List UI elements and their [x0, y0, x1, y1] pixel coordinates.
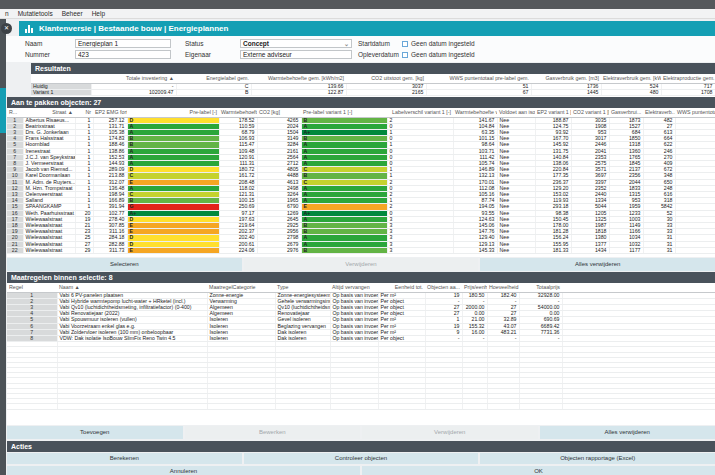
column-header[interactable]: CO2 uitstoot gem. [kg]	[346, 74, 426, 83]
geen-opleverdatum-checkbox[interactable]: Geen datum ingesteld	[402, 51, 475, 58]
street-cell: J.C.J. van Speykstraat	[23, 154, 75, 160]
objecten-rapportage-button[interactable]: Objecten rapportage (Excel)	[480, 453, 715, 464]
controleer-objecten-button[interactable]: Controleer objecten	[244, 453, 479, 464]
checkbox-icon	[402, 52, 408, 58]
column-header[interactable]: MaatregelCategorie	[207, 283, 275, 292]
column-header[interactable]: Pre-label variant 1 [-]	[301, 108, 387, 117]
resultaten-section-header: Resultaten	[31, 63, 715, 74]
street-cell: M. Adm. de Ruyters...	[23, 179, 75, 185]
column-header[interactable]: Voldoet aan isolati...	[497, 108, 535, 117]
objecten-table: R...Straat ▲NrEP2 EMG fort. [kWh/m²]Pre-…	[7, 108, 715, 257]
column-header[interactable]	[562, 283, 715, 292]
column-header[interactable]: Gasverbruik gem. [m3]	[531, 74, 601, 83]
column-header[interactable]: Elektraverbruik gem. [kWh]	[601, 74, 661, 83]
maatregel-naam: Vabi Hybride warmtepomp lucht-water + HR…	[57, 298, 207, 304]
column-header[interactable]: Altijd vervangen	[330, 283, 378, 292]
column-header[interactable]	[31, 74, 91, 83]
column-header[interactable]: Elektraverb...	[643, 108, 675, 117]
resultaten-table: Totale investering ▲Energielabel gem.War…	[31, 74, 715, 97]
column-header[interactable]: Nr	[75, 108, 93, 117]
page-title: Klantenversie | Bestaande bouw | Energie…	[39, 24, 228, 33]
column-header[interactable]: Type	[275, 283, 330, 292]
checkbox-icon	[402, 41, 408, 47]
column-header[interactable]: Totale investering ▲	[91, 74, 176, 83]
menu-item[interactable]: n	[5, 10, 9, 17]
column-header[interactable]: WWS puntentotaal pre-label gem.	[426, 74, 531, 83]
maatregelen-button-row: Toevoegen Bewerken Verwijderen Alles ver…	[7, 426, 715, 439]
column-header[interactable]: Labelverschil variant 1 [-]	[387, 108, 453, 117]
startdatum-label: Startdatum	[358, 39, 390, 48]
alles-verwijderen-button[interactable]: Alles verwijderen	[480, 258, 715, 271]
street-cell: M. Hzn. Trompstraat	[23, 185, 75, 191]
verwijderen-button[interactable]: Verwijderen	[244, 258, 479, 271]
variant-name: Variant 1	[31, 89, 91, 95]
column-header[interactable]: Naam ▲	[57, 283, 207, 292]
naam-input[interactable]	[75, 39, 171, 48]
menu-item[interactable]: Help	[92, 10, 105, 17]
energy-label-badge: B	[301, 247, 387, 253]
column-header[interactable]: Warmtebehoeft...	[219, 108, 257, 117]
acties-button-row-2: Annuleren OK	[7, 466, 715, 475]
column-header[interactable]: Objecten aa...	[425, 283, 462, 292]
column-header[interactable]: Pre-label [-]	[127, 108, 219, 117]
close-icon[interactable]: ✕	[1, 23, 12, 34]
alles-verwijderen-button[interactable]: Alles verwijderen	[540, 426, 715, 439]
column-header[interactable]: Warmtebehoefte gem. [kWh/m2]	[251, 74, 346, 83]
left-dock-strip-accent	[0, 88, 6, 133]
column-header[interactable]: Elektraproductie gem. [kWh]	[661, 74, 715, 83]
chevron-down-icon: ⌄	[344, 40, 349, 48]
toevoegen-button[interactable]: Toevoegen	[7, 426, 183, 439]
column-header[interactable]: Gasverbrui...	[609, 108, 643, 117]
app-header: Klantenversie | Bestaande bouw | Energie…	[19, 21, 715, 36]
status-label: Status	[185, 39, 203, 48]
column-header[interactable]: EP2 variant 1 [k...	[535, 108, 571, 117]
ok-button[interactable]: OK	[362, 466, 715, 475]
column-header[interactable]: Energielabel gem.	[176, 74, 251, 83]
column-header[interactable]: Straat ▲	[23, 108, 75, 117]
opleverdatum-label: Opleverdatum	[358, 50, 399, 59]
menu-item[interactable]: Mutatietools	[18, 10, 53, 17]
verwijderen-button[interactable]: Verwijderen	[362, 426, 538, 439]
maatregelen-table: RegelNaam ▲MaatregelCategorieTypeAltijd …	[7, 283, 715, 425]
table-row[interactable]: 22 Wielewaalstraat 29 311.73 E 224.06 29…	[7, 247, 715, 253]
column-header[interactable]: Totaalprijs	[519, 283, 562, 292]
selecteren-button[interactable]: Selecteren	[7, 258, 242, 271]
menu-bar: nMutatietoolsBeheerHelp	[0, 9, 715, 19]
nummer-input[interactable]	[75, 50, 171, 59]
status-select[interactable]: Concept ⌄	[240, 39, 352, 48]
column-header[interactable]: WWS puntentotaal pre-l...	[675, 108, 715, 117]
bewerken-button[interactable]: Bewerken	[185, 426, 361, 439]
energy-label-badge: E	[127, 247, 219, 253]
annuleren-button[interactable]: Annuleren	[7, 466, 360, 475]
berekenen-button[interactable]: Berekenen	[7, 453, 242, 464]
column-header[interactable]: R...	[7, 108, 23, 117]
geen-startdatum-checkbox[interactable]: Geen datum ingesteld	[402, 40, 475, 47]
street-cell: Weth. Paarhuisstraat	[23, 210, 75, 216]
eigenaar-input[interactable]	[240, 50, 352, 59]
application-window: nMutatietoolsBeheerHelp ✕ Klantenversie …	[0, 0, 715, 475]
maatregelen-section-header: Maatregelen binnen selectie: 8	[7, 272, 715, 283]
column-header[interactable]: CO2 variant 1 [kg]	[571, 108, 609, 117]
row-number: 22	[7, 247, 23, 253]
column-header[interactable]: Hoeveelheid	[487, 283, 519, 292]
objecten-section-header: Aan te pakken objecten: 27	[7, 97, 715, 108]
table-row[interactable]: Variant 1 102009.47 B 122.87 2165 67 144…	[31, 89, 715, 95]
column-header[interactable]: Warmtebehoefte variant 1 [kWh/m²]	[453, 108, 497, 117]
column-header[interactable]: Regel	[7, 283, 57, 292]
menu-item[interactable]: Beheer	[62, 10, 83, 17]
bar-chart-icon	[25, 25, 33, 33]
street-cell: Wielewaalstraat	[23, 247, 75, 253]
street-cell: Albertus Risaeus...	[23, 117, 75, 123]
form-panel: Naam Status Concept ⌄ Startdatum Geen da…	[6, 36, 715, 62]
column-header[interactable]: Eenheid tot.	[378, 283, 425, 292]
street-cell: Karel Doormanlaan	[23, 173, 75, 179]
naam-label: Naam	[25, 39, 42, 48]
acties-section-header: Acties	[7, 441, 715, 452]
street-cell: Drs. G. Jonkerlaan	[23, 129, 75, 135]
column-header[interactable]: EP2 EMG fort. [kWh/m²]	[93, 108, 127, 117]
column-header[interactable]: Prijs/eenheid	[462, 283, 487, 292]
column-header[interactable]: CO2 [kg]	[257, 108, 301, 117]
eigenaar-label: Eigenaar	[185, 50, 211, 59]
nummer-label: Nummer	[25, 50, 50, 59]
resultaten-header-row: Totale investering ▲Energielabel gem.War…	[31, 74, 715, 83]
